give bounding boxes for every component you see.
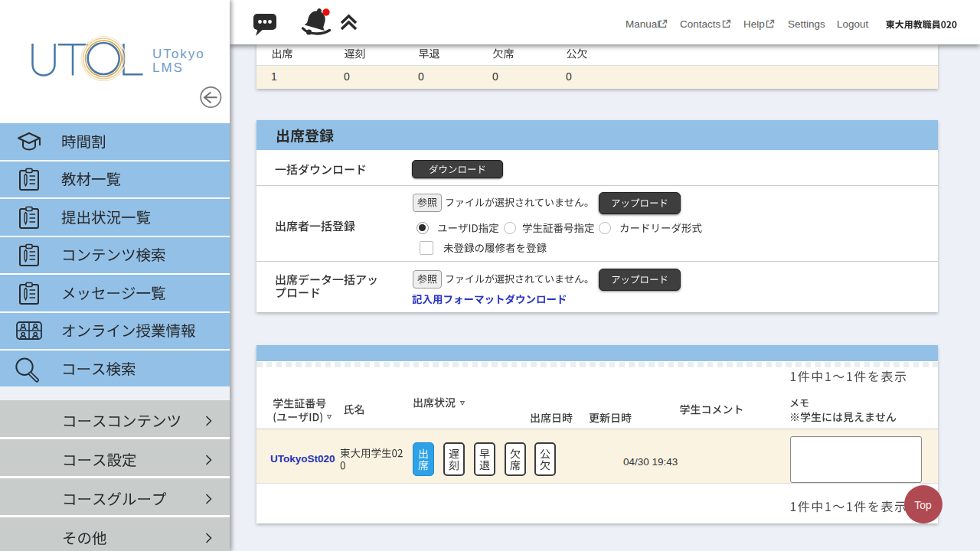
svg-text:LMS: LMS bbox=[152, 60, 184, 75]
svg-text:UTokyo: UTokyo bbox=[152, 47, 205, 61]
